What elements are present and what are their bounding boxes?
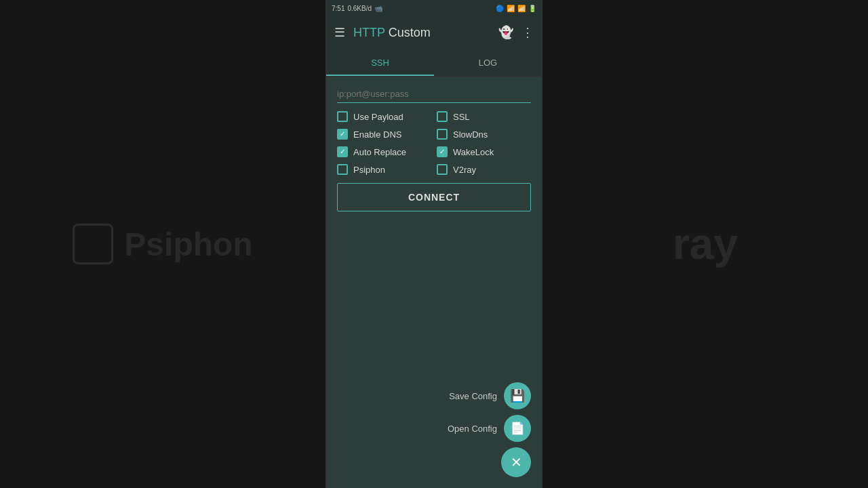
fab-area: Save Config 💾 Open Config 📄 ✕ — [437, 371, 542, 488]
title-http: HTTP — [353, 26, 385, 39]
checkbox-v2ray-box — [437, 164, 448, 175]
checkbox-psiphon-box — [337, 164, 348, 175]
battery-icon: 🔋 — [528, 5, 536, 12]
app-title: HTTP Custom — [353, 26, 490, 40]
top-icons: 👻 ⋮ — [498, 25, 534, 40]
checkbox-psiphon-label: Psiphon — [353, 165, 385, 175]
checkbox-ssl[interactable]: SSL — [437, 111, 531, 122]
bluetooth-icon: 🔵 — [496, 5, 504, 12]
background-right: ray — [542, 0, 868, 488]
bg-psiphon-icon — [73, 224, 113, 264]
checkbox-use-payload-box — [337, 111, 348, 122]
checkbox-auto-replace-box — [337, 146, 348, 157]
server-input-wrap — [337, 87, 531, 103]
server-input[interactable] — [337, 89, 531, 99]
open-config-button[interactable]: 📄 — [504, 415, 531, 442]
checkbox-auto-replace[interactable]: Auto Replace — [337, 146, 431, 157]
connect-button[interactable]: CONNECT — [337, 183, 531, 211]
checkbox-v2ray[interactable]: V2ray — [437, 164, 531, 175]
checkbox-enable-dns-label: Enable DNS — [353, 129, 402, 140]
checkbox-v2ray-label: V2ray — [453, 165, 476, 175]
menu-icon[interactable]: ☰ — [334, 25, 345, 40]
save-icon: 💾 — [510, 388, 525, 403]
status-time: 7:51 — [332, 5, 344, 12]
checkbox-wakelock-label: WakeLock — [453, 147, 494, 157]
checkbox-ssl-label: SSL — [453, 112, 470, 122]
close-icon: ✕ — [511, 454, 522, 470]
checkbox-wakelock-box — [437, 146, 448, 157]
checkbox-psiphon[interactable]: Psiphon — [337, 164, 431, 175]
bg-ray-text: ray — [673, 219, 738, 269]
checkbox-slow-dns-box — [437, 129, 448, 140]
checkbox-auto-replace-label: Auto Replace — [353, 147, 406, 157]
wifi-icon: 📶 — [507, 5, 515, 12]
status-speed: 0.6KB/d — [347, 5, 372, 12]
checkbox-slow-dns[interactable]: SlowDns — [437, 129, 531, 140]
more-options-icon[interactable]: ⋮ — [521, 25, 534, 40]
tab-ssh[interactable]: SSH — [326, 49, 434, 76]
status-left: 7:51 0.6KB/d 📹 — [332, 5, 382, 12]
top-bar: ☰ HTTP Custom 👻 ⋮ — [326, 16, 542, 49]
tab-log[interactable]: LOG — [434, 49, 542, 76]
checkbox-use-payload-label: Use Payload — [353, 112, 403, 122]
ssh-content: Use Payload SSL Enable DNS SlowDns Auto … — [326, 77, 542, 488]
open-config-label: Open Config — [448, 424, 497, 434]
close-fab-button[interactable]: ✕ — [501, 447, 531, 477]
checkbox-wakelock[interactable]: WakeLock — [437, 146, 531, 157]
background-left: Psiphon — [0, 0, 326, 488]
title-custom: Custom — [389, 26, 431, 39]
checkbox-enable-dns[interactable]: Enable DNS — [337, 129, 431, 140]
recording-icon: 📹 — [374, 5, 382, 12]
checkboxes-grid: Use Payload SSL Enable DNS SlowDns Auto … — [337, 111, 531, 175]
bg-psiphon-text: Psiphon — [124, 226, 252, 263]
save-config-label: Save Config — [449, 391, 497, 401]
ghost-icon[interactable]: 👻 — [498, 25, 513, 40]
open-config-row: Open Config 📄 — [448, 415, 531, 442]
checkbox-slow-dns-label: SlowDns — [453, 129, 488, 140]
checkbox-enable-dns-box — [337, 129, 348, 140]
open-icon: 📄 — [510, 421, 525, 436]
signal-icon: 📶 — [517, 5, 526, 12]
save-config-button[interactable]: 💾 — [504, 382, 531, 409]
tab-bar: SSH LOG — [326, 49, 542, 77]
phone-frame: 7:51 0.6KB/d 📹 🔵 📶 📶 🔋 ☰ HTTP Custom 👻 ⋮… — [326, 0, 542, 488]
save-config-row: Save Config 💾 — [449, 382, 531, 409]
checkbox-ssl-box — [437, 111, 448, 122]
status-bar: 7:51 0.6KB/d 📹 🔵 📶 📶 🔋 — [326, 0, 542, 16]
checkbox-use-payload[interactable]: Use Payload — [337, 111, 431, 122]
status-right: 🔵 📶 📶 🔋 — [496, 5, 536, 12]
